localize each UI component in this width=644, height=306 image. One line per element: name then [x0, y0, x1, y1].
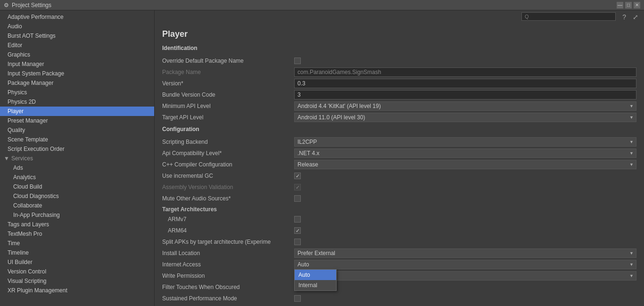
sidebar-item-services[interactable]: ▼ Services — [0, 154, 154, 163]
sidebar-item-ads[interactable]: Ads — [0, 163, 154, 173]
field-assembly-validation: Assembly Version Validation — [162, 182, 636, 192]
field-target-api: Target API Level Android 11.0 (API level… — [162, 113, 636, 122]
field-armv7: ARMv7 — [162, 215, 636, 224]
arm64-checkbox[interactable] — [294, 227, 301, 234]
field-override-package: Override Default Package Name — [162, 56, 636, 66]
override-package-checkbox[interactable] — [294, 58, 301, 64]
sidebar-item-burst[interactable]: Burst AOT Settings — [0, 31, 154, 41]
sidebar-item-in-app[interactable]: In-App Purchasing — [0, 210, 154, 220]
write-permission-select[interactable]: Internal — [294, 271, 636, 281]
dropdown-option-auto[interactable]: Auto — [295, 270, 336, 280]
incremental-gc-checkbox[interactable] — [294, 173, 301, 179]
internet-access-dropdown: Auto Internal — [294, 269, 337, 291]
sidebar-item-preset-manager[interactable]: Preset Manager — [0, 116, 154, 125]
services-chevron-icon: ▼ — [4, 155, 9, 162]
field-cpp-config: C++ Compiler Configuration Release — [162, 160, 636, 169]
min-api-select[interactable]: Android 4.4 'KitKat' (API level 19) — [294, 101, 636, 111]
scripting-backend-select[interactable]: IL2CPP — [294, 137, 636, 147]
sidebar-item-package-manager[interactable]: Package Manager — [0, 78, 154, 88]
target-arch-header: Target Architectures — [162, 206, 636, 213]
version-input[interactable] — [294, 79, 636, 88]
identification-header: Identification — [162, 45, 636, 53]
sidebar-item-input-manager[interactable]: Input Manager — [0, 59, 154, 69]
help-button[interactable]: ? — [620, 12, 628, 22]
field-package-name: Package Name — [162, 67, 636, 77]
sidebar-item-player[interactable]: Player — [0, 107, 154, 116]
field-internet-access: Internet Access Auto Internal Auto Inter… — [162, 260, 636, 269]
minimize-button[interactable]: — — [617, 2, 623, 8]
popout-button[interactable]: ⤢ — [631, 12, 640, 22]
sidebar-item-cloud-build[interactable]: Cloud Build — [0, 182, 154, 191]
window-title: Project Settings — [12, 2, 51, 8]
sidebar-item-script-execution[interactable]: Script Execution Order — [0, 144, 154, 154]
field-split-apks: Split APKs by target architecture (Exper… — [162, 237, 636, 247]
field-write-permission: Write Permission Internal — [162, 271, 636, 281]
sustained-perf-checkbox[interactable] — [294, 295, 301, 302]
field-api-compatibility: Api Compatibility Level* .NET 4.x — [162, 149, 636, 158]
configuration-header: Configuration — [162, 126, 636, 134]
field-filter-touches: Filter Touches When Obscured — [162, 282, 636, 292]
sidebar-item-audio[interactable]: Audio — [0, 22, 154, 31]
mute-audio-checkbox[interactable] — [294, 195, 301, 202]
sidebar-item-xr-plugin[interactable]: XR Plugin Management — [0, 286, 154, 295]
sidebar-item-version-control[interactable]: Version Control — [0, 267, 154, 276]
sidebar-item-cloud-diagnostics[interactable]: Cloud Diagnostics — [0, 191, 154, 201]
app-icon: ⚙ — [4, 2, 9, 8]
sidebar-item-ui-builder[interactable]: UI Builder — [0, 257, 154, 267]
field-incremental-gc: Use incremental GC — [162, 171, 636, 181]
search-input[interactable] — [521, 12, 616, 21]
sidebar-item-adaptive[interactable]: Adaptive Performance — [0, 12, 154, 22]
sidebar-item-graphics[interactable]: Graphics — [0, 50, 154, 59]
sidebar-item-quality[interactable]: Quality — [0, 125, 154, 135]
target-api-select[interactable]: Android 11.0 (API level 30) — [294, 113, 636, 122]
armv7-checkbox[interactable] — [294, 216, 301, 223]
bundle-version-input[interactable] — [294, 90, 636, 99]
split-apks-checkbox[interactable] — [294, 239, 301, 245]
field-arm64: ARM64 — [162, 226, 636, 235]
assembly-validation-checkbox[interactable] — [294, 184, 301, 190]
package-name-input[interactable] — [294, 67, 636, 77]
maximize-button[interactable]: □ — [625, 2, 632, 8]
dropdown-option-internal[interactable]: Internal — [295, 280, 336, 290]
field-install-location: Install Location Prefer External — [162, 248, 636, 258]
sidebar-item-input-system[interactable]: Input System Package — [0, 69, 154, 78]
close-button[interactable]: ✕ — [634, 2, 640, 8]
sidebar-item-time[interactable]: Time — [0, 239, 154, 248]
sidebar-item-scene-template[interactable]: Scene Template — [0, 135, 154, 144]
sidebar-item-analytics[interactable]: Analytics — [0, 173, 154, 182]
sidebar-item-physics[interactable]: Physics — [0, 88, 154, 97]
title-bar: ⚙ Project Settings — □ ✕ — [0, 0, 644, 10]
sidebar-item-editor[interactable]: Editor — [0, 41, 154, 50]
sidebar-item-textmesh[interactable]: TextMesh Pro — [0, 229, 154, 239]
field-sustained-perf: Sustained Performance Mode — [162, 294, 636, 303]
field-version: Version* — [162, 79, 636, 88]
sidebar-item-tags-layers[interactable]: Tags and Layers — [0, 220, 154, 229]
sidebar-item-visual-scripting[interactable]: Visual Scripting — [0, 276, 154, 286]
page-title: Player — [162, 29, 636, 39]
sidebar-item-collaborate[interactable]: Collaborate — [0, 201, 154, 210]
sidebar-item-timeline[interactable]: Timeline — [0, 248, 154, 257]
field-mute-audio: Mute Other Audio Sources* — [162, 194, 636, 203]
internet-access-select[interactable]: Auto Internal — [294, 260, 636, 269]
main-panel: ? ⤢ Player Identification Override Defau… — [155, 10, 644, 306]
cpp-config-select[interactable]: Release — [294, 160, 636, 169]
field-scripting-backend: Scripting Backend IL2CPP — [162, 137, 636, 147]
api-compat-select[interactable]: .NET 4.x — [294, 149, 636, 158]
install-location-select[interactable]: Prefer External — [294, 248, 636, 258]
field-min-api: Minimum API Level Android 4.4 'KitKat' (… — [162, 101, 636, 111]
field-bundle-version: Bundle Version Code — [162, 90, 636, 99]
sidebar-item-physics-2d[interactable]: Physics 2D — [0, 97, 154, 107]
sidebar: Adaptive Performance Audio Burst AOT Set… — [0, 10, 155, 306]
